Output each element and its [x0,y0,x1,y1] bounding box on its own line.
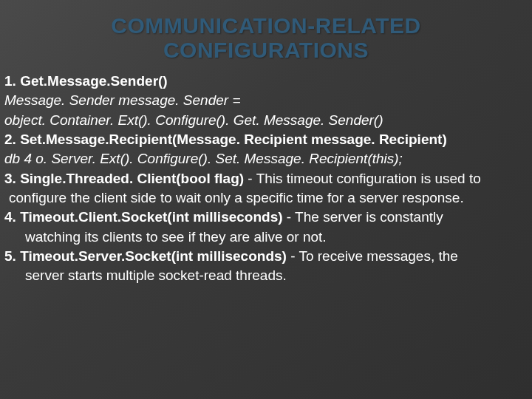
item-3-num: 3. [4,171,20,186]
item-1-head: Get.Message.Sender() [20,73,168,89]
item-1-heading: 1. Get.Message.Sender() [4,72,532,90]
item-4-sep: - [283,209,296,225]
item-4-line-a: 4. Timeout.Client.Socket(int millisecond… [4,208,532,226]
slide-body: 1. Get.Message.Sender() Message. Sender … [0,62,532,284]
item-4-desc-a: The server is constantly [295,209,443,225]
item-5-desc-a: To receive messages, the [299,248,457,264]
item-5-sep: - [287,248,299,264]
item-1-code-b: object. Container. Ext(). Configure(). G… [4,112,532,129]
item-5-line-b: server starts multiple socket-read threa… [4,267,532,284]
item-3-line-a: 3. Single.Threaded. Client(bool flag) - … [4,170,532,188]
item-3-sep: - [244,171,256,186]
title-line-1: COMMUNICATION-RELATED [111,13,420,38]
item-2-head: Set.Message.Recipient(Message. Recipient… [20,132,447,147]
item-5-line-a: 5. Timeout.Server.Socket(int millisecond… [4,248,532,265]
item-2-num: 2. [4,132,20,147]
item-5-head: Timeout.Server.Socket(int milliseconds) [20,248,287,264]
item-1-num: 1. [4,73,20,89]
item-2-heading: 2. Set.Message.Recipient(Message. Recipi… [4,131,532,149]
item-4-line-b: watching its clients to see if they are … [4,228,532,246]
item-3-line-b: configure the client side to wait only a… [4,189,532,207]
slide-title: COMMUNICATION-RELATED CONFIGURATIONS [0,0,532,62]
item-5-num: 5. [4,248,20,264]
item-1-code-a: Message. Sender message. Sender = [4,92,532,109]
item-3-desc-a: This timeout configuration is used to [256,171,481,186]
item-4-num: 4. [4,209,20,225]
title-line-2: CONFIGURATIONS [163,38,369,62]
item-2-code: db 4 o. Server. Ext(). Configure(). Set.… [4,150,532,168]
item-4-head: Timeout.Client.Socket(int milliseconds) [20,209,282,225]
item-3-head: Single.Threaded. Client(bool flag) [20,171,244,186]
slide: COMMUNICATION-RELATED CONFIGURATIONS 1. … [0,0,532,399]
